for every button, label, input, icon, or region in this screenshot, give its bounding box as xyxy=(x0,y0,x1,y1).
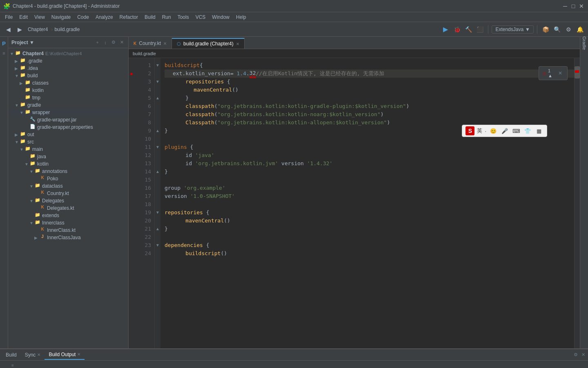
tree-item-delegates-kt[interactable]: K Delegates.kt xyxy=(8,204,128,212)
close-button[interactable]: ✕ xyxy=(578,3,585,9)
build-settings-icon[interactable]: ⚙ xyxy=(572,352,579,358)
fold-9[interactable]: ▲ xyxy=(155,127,160,135)
settings-button[interactable]: ⚙ xyxy=(564,25,573,34)
fold-3[interactable]: ▼ xyxy=(155,78,160,86)
menu-file[interactable]: File xyxy=(2,13,16,21)
tree-item-annotations[interactable]: ▼ 📁 annotations xyxy=(8,168,128,175)
fold-22 xyxy=(155,233,160,241)
tree-item-gradle[interactable]: ▶ 📁 .gradle xyxy=(8,57,128,65)
back-button[interactable]: ◀ xyxy=(3,25,13,34)
tree-item-extends[interactable]: 📁 extends xyxy=(8,212,128,219)
config-dropdown[interactable]: ExtendsJava ▼ xyxy=(492,25,534,34)
breadcrumb-project[interactable]: Chapter4 xyxy=(26,27,49,32)
menu-vcs[interactable]: VCS xyxy=(192,13,209,21)
im-icon2[interactable]: 🎤 xyxy=(500,126,509,135)
fold-5[interactable]: ▲ xyxy=(155,94,160,102)
code-content[interactable]: buildscript{ ext.kotlin_version= 1.4.32/… xyxy=(160,58,574,348)
editor-scrollbar[interactable]: ⚠ 1 ▲ ✕ xyxy=(574,58,580,348)
tree-item-country[interactable]: K Country.kt xyxy=(8,190,128,197)
notifications-button[interactable]: 🔔 xyxy=(575,25,585,34)
tree-item-main[interactable]: ▼ 📁 main xyxy=(8,146,128,153)
tree-item-src[interactable]: ▼ 📁 src xyxy=(8,138,128,146)
sidebar-icon-structure[interactable]: ≡ xyxy=(1,50,7,56)
tree-item-classes[interactable]: ▶ 📁 classes xyxy=(8,79,128,87)
build-close-icon[interactable]: ✕ xyxy=(580,352,586,358)
menu-refactor[interactable]: Refactor xyxy=(116,13,141,21)
menu-view[interactable]: View xyxy=(31,13,48,21)
code-line-3: repositories { xyxy=(165,78,574,86)
sdk-button[interactable]: 📦 xyxy=(541,25,550,34)
tree-item-out[interactable]: ▶ 📁 out xyxy=(8,131,128,138)
gradle-icon[interactable]: Gradle xyxy=(581,40,588,47)
sidebar-icon-project[interactable]: P xyxy=(1,40,7,47)
menu-code[interactable]: Code xyxy=(74,13,92,21)
im-icon5[interactable]: ▦ xyxy=(535,126,543,135)
tree-item-delegates-folder[interactable]: ▼ 📁 Delegates xyxy=(8,197,128,204)
maximize-button[interactable]: □ xyxy=(570,3,577,9)
add-icon[interactable]: ＋ xyxy=(94,39,100,46)
run-button[interactable]: ▶ xyxy=(441,25,450,34)
menu-tools[interactable]: Tools xyxy=(174,13,192,21)
tree-item-tmp[interactable]: 📁 tmp xyxy=(8,94,128,101)
ln-8: 8 xyxy=(134,119,151,127)
tab-country-close[interactable]: ✕ xyxy=(163,41,167,46)
tree-item-gradle-props[interactable]: 📄 gradle-wrapper.properties xyxy=(8,123,128,131)
gutter-19 xyxy=(129,209,134,217)
tree-item-idea[interactable]: ▶ 📁 .idea xyxy=(8,65,128,72)
tree-item-gradle-jar[interactable]: 🔧 gradle-wrapper.jar xyxy=(8,116,128,123)
fold-11[interactable]: ▼ xyxy=(155,143,160,151)
im-icon4[interactable]: 👕 xyxy=(523,126,532,135)
build-tab-build[interactable]: Build xyxy=(2,350,21,359)
settings-icon[interactable]: ⚙ xyxy=(110,39,117,46)
tree-item-kotlin1[interactable]: 📁 kotlin xyxy=(8,87,128,94)
forward-button[interactable]: ▶ xyxy=(15,25,24,34)
minimize-button[interactable]: ─ xyxy=(562,3,568,9)
im-s-icon[interactable]: S xyxy=(466,126,474,135)
menu-build[interactable]: Build xyxy=(141,13,159,21)
menu-help[interactable]: Help xyxy=(233,13,249,21)
fold-21[interactable]: ▲ xyxy=(155,225,160,233)
tree-item-dataclass[interactable]: ▼ 📁 dataclass xyxy=(8,182,128,190)
build-tab-output[interactable]: Build Output ✕ xyxy=(45,350,85,360)
fold-19[interactable]: ▼ xyxy=(155,209,160,217)
im-icon1[interactable]: 😊 xyxy=(489,126,498,135)
sync-close-icon[interactable]: ✕ xyxy=(37,352,40,357)
close-panel-icon[interactable]: ✕ xyxy=(118,39,125,46)
build-tab-sync[interactable]: Sync ✕ xyxy=(21,350,45,359)
tree-item-poko[interactable]: K Poko xyxy=(8,175,128,182)
gutter-3 xyxy=(129,78,134,86)
menu-window[interactable]: Window xyxy=(209,13,233,21)
menu-navigate[interactable]: Navigate xyxy=(48,13,74,21)
tree-item-innerclassjava[interactable]: ▶ J InnerClassJava xyxy=(8,234,128,241)
menu-analyze[interactable]: Analyze xyxy=(92,13,116,21)
tree-item-kotlin2[interactable]: ▼ 📁 kotlin xyxy=(8,160,128,168)
folder-icon: 📁 xyxy=(20,139,26,145)
tree-item-java[interactable]: 📁 java xyxy=(8,153,128,160)
fold-14[interactable]: ▲ xyxy=(155,168,160,176)
im-icon3[interactable]: ⌨ xyxy=(512,126,521,135)
menu-edit[interactable]: Edit xyxy=(16,13,31,21)
search-button[interactable]: 🔍 xyxy=(552,25,562,34)
tree-item-chapter4[interactable]: ▼ 📁 Chapter4 E:\Kotlin\Chapter4 xyxy=(8,50,128,57)
tab-country[interactable]: K Country.kt ✕ xyxy=(129,38,172,49)
tab-buildgradle[interactable]: ⬡ build.gradle (Chapter4) ✕ xyxy=(172,38,245,49)
tree-item-gradle-folder[interactable]: ▼ 📁 gradle xyxy=(8,101,128,109)
fold-23[interactable]: ▼ xyxy=(155,241,160,249)
tree-item-innerclass[interactable]: ▼ 📁 Innerclass xyxy=(8,219,128,227)
output-close-icon[interactable]: ✕ xyxy=(77,352,80,357)
debug-button[interactable]: 🐞 xyxy=(452,25,462,34)
tree-item-wrapper[interactable]: ▼ 📁 wrapper xyxy=(8,109,128,116)
fold-1[interactable]: ▼ xyxy=(155,61,160,70)
tree-label: kotlin xyxy=(32,88,44,93)
stop-button[interactable]: ⬛ xyxy=(475,25,485,34)
tree-item-innerclass-kt[interactable]: K InnerClass.kt xyxy=(8,227,128,234)
tree-item-build[interactable]: ▼ 📁 build xyxy=(8,72,128,79)
build-button[interactable]: 🔨 xyxy=(463,25,473,34)
tree-label: gradle xyxy=(27,102,41,108)
hint-close[interactable]: ✕ xyxy=(556,68,564,78)
tree-label: InnerClass.kt xyxy=(47,227,76,233)
tab-buildgradle-close[interactable]: ✕ xyxy=(236,42,239,46)
sort-icon[interactable]: ↕ xyxy=(102,39,109,46)
code-line-13: id 'org.jetbrains.kotlin.jvm' version '1… xyxy=(165,159,574,168)
menu-run[interactable]: Run xyxy=(159,13,174,21)
